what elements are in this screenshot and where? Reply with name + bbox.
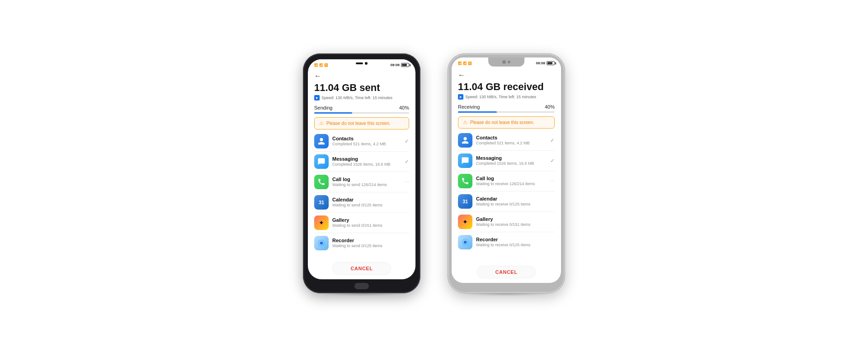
phone1-speed-info: Speed: 130 MB/s, Time left: 15 minutes	[314, 95, 409, 100]
phone2-camera-dot1	[502, 60, 506, 64]
phone1-notch-area: 📶 📶 🛜 08:08	[308, 59, 415, 69]
phone2-inner: 📶 📶 🛜 08:08	[449, 55, 564, 292]
phone1-notch	[356, 62, 368, 65]
phone1-calendar-status: Waiting to send 0/125 items	[332, 203, 409, 207]
phone1-contacts-info: Contacts Completed 521 items, 4.2 MB	[332, 136, 401, 146]
phone1-speed-icon	[314, 95, 320, 100]
phone2-recorder-info: Recorder Waiting to receive 0/125 items	[476, 237, 555, 247]
phone1-inner: 📶 📶 🛜 08:08	[304, 55, 419, 292]
phone1-battery-fill	[402, 64, 407, 66]
phone1-bottom	[304, 283, 419, 292]
phone2-battery-icon	[547, 61, 555, 65]
phone2-speed-text: Speed: 130 MB/s, Time left: 15 minutes	[465, 95, 536, 99]
phone2-item-calendar: 31 Calendar Waiting to receive 0/125 ite…	[458, 191, 555, 212]
phone1-warning-banner: ⚠ Please do not leave this screen.	[314, 117, 409, 129]
phone1-calllog-name: Call log	[332, 177, 401, 182]
phone1-gallery-icon: ✦	[314, 215, 329, 230]
phone1-recorder-info: Recorder Waiting to send 0/125 items	[332, 238, 409, 248]
phone1-progress-bar-bg	[314, 112, 409, 114]
phone2-contacts-name: Contacts	[476, 135, 547, 140]
phone2-screen: 📶 📶 🛜 08:08	[452, 57, 561, 283]
phone1-calllog-status: Waiting to send 126/214 items	[332, 182, 401, 187]
phone1-back-arrow[interactable]: ←	[314, 72, 409, 80]
phone2-cancel-button[interactable]: CANCEL	[477, 266, 536, 278]
phone2-bottom	[449, 286, 564, 292]
phone1-time-battery: 08:08	[391, 63, 409, 67]
phone2-title: 11.04 GB received	[458, 81, 555, 93]
phone2-gallery-name: Gallery	[476, 216, 555, 222]
phone1-messaging-icon	[314, 154, 329, 169]
phone1-calllog-spinner: ⋯	[405, 179, 409, 184]
phone1-camera	[365, 62, 368, 65]
phone2-calendar-name: Calendar	[476, 196, 555, 201]
phone1-item-calendar: 31 Calendar Waiting to send 0/125 items	[314, 192, 409, 213]
phone1-progress-section: Sending 40%	[308, 102, 415, 115]
phone1-app-header: ← 11.04 GB sent Speed: 130 MB/s, Time le…	[308, 69, 415, 102]
phone2-battery-fill	[547, 62, 552, 64]
phone1-battery-icon	[401, 63, 409, 67]
phone2-progress-label-row: Receiving 40%	[458, 104, 555, 110]
phone2-progress-section: Receiving 40%	[452, 101, 561, 115]
phone2-messaging-icon	[458, 153, 472, 168]
phone2-recorder-icon	[458, 235, 472, 249]
phone2-messaging-check: ✓	[550, 158, 555, 164]
phone1-messaging-check: ✓	[405, 158, 409, 165]
phone1-title: 11.04 GB sent	[314, 82, 409, 94]
phone2-warning-text: Please do not leave this screen.	[470, 120, 534, 125]
phone1-recorder-status: Waiting to send 0/125 items	[332, 244, 409, 248]
phone1-container: 📶 📶 🛜 08:08	[303, 53, 420, 296]
phone2-contacts-check: ✓	[550, 137, 555, 143]
phone2-pill-notch	[488, 57, 524, 67]
phone1-contacts-status: Completed 521 items, 4.2 MB	[332, 142, 401, 146]
phone2-cancel-area: CANCEL	[452, 262, 561, 283]
phone2-time: 08:08	[536, 61, 545, 65]
phone2-signal: 📶 📶 🛜	[458, 62, 472, 65]
phone2-calllog-name: Call log	[476, 176, 547, 181]
phone1-messaging-status: Completed 1526 items, 16.6 MB	[332, 162, 401, 167]
phone1-progress-percent: 40%	[399, 105, 409, 110]
phone2-item-recorder: Recorder Waiting to receive 0/125 items	[458, 232, 555, 252]
phone2-camera-dot2	[508, 61, 510, 63]
phone1-warning-text: Please do not leave this screen.	[326, 121, 391, 126]
phone2-notch-area: 📶 📶 🛜 08:08	[452, 57, 561, 68]
phone2-frame: 📶 📶 🛜 08:08	[448, 53, 565, 293]
phone1-calllog-info: Call log Waiting to send 126/214 items	[332, 177, 401, 187]
phone2-warning-icon: ⚠	[463, 120, 467, 125]
phone2-item-contacts: Contacts Completed 521 items, 4.2 MB ✓	[458, 130, 555, 151]
phone1-contacts-check: ✓	[405, 138, 409, 144]
phone2-app-header: ← 11.04 GB received Speed: 130 MB/s, Tim…	[452, 68, 561, 101]
phone2-calendar-info: Calendar Waiting to receive 0/125 items	[476, 196, 555, 206]
phone1-contacts-name: Contacts	[332, 136, 401, 141]
phone1-warning-icon: ⚠	[319, 120, 324, 126]
phone2-gallery-icon: ✦	[458, 215, 472, 229]
phone1-progress-bar-fill	[314, 112, 352, 114]
phone1-frame: 📶 📶 🛜 08:08	[303, 53, 420, 293]
svg-point-1	[320, 242, 323, 245]
phone2-contacts-icon	[458, 133, 472, 148]
svg-point-3	[464, 241, 467, 244]
phone1-gallery-name: Gallery	[332, 217, 409, 223]
phone2-progress-bar-fill	[458, 111, 497, 113]
phone1-speed-text: Speed: 130 MB/s, Time left: 15 minutes	[321, 96, 392, 100]
phone1-gallery-status: Waiting to send 0/151 items	[332, 223, 409, 228]
phone1-gallery-info: Gallery Waiting to send 0/151 items	[332, 217, 409, 228]
phone2-contacts-info: Contacts Completed 521 items, 4.2 MB	[476, 135, 547, 145]
phone2-messaging-name: Messaging	[476, 155, 547, 161]
phone2-calendar-status: Waiting to receive 0/125 items	[476, 202, 555, 206]
phone1-cancel-area: CANCEL	[308, 258, 415, 279]
phone1-home-button[interactable]	[354, 283, 369, 289]
phone1-cancel-button[interactable]: CANCEL	[332, 262, 392, 275]
phone2-time-battery: 08:08	[536, 61, 555, 65]
phone1-calendar-icon: 31	[314, 195, 329, 210]
phone1-item-gallery: ✦ Gallery Waiting to send 0/151 items	[314, 213, 409, 233]
phone2-item-gallery: ✦ Gallery Waiting to receive 0/151 items	[458, 212, 555, 232]
phone1-messaging-info: Messaging Completed 1526 items, 16.6 MB	[332, 156, 401, 167]
phone1-screen: 📶 📶 🛜 08:08	[308, 59, 415, 279]
phone2-recorder-status: Waiting to receive 0/125 items	[476, 243, 555, 247]
phone2-back-arrow[interactable]: ←	[458, 71, 555, 79]
phone2-contacts-status: Completed 521 items, 4.2 MB	[476, 141, 547, 145]
phone2-calllog-spinner: ⋯	[550, 178, 555, 183]
phone2-calllog-info: Call log Waiting to receive 126/214 item…	[476, 176, 547, 186]
phone2-transfer-list: Contacts Completed 521 items, 4.2 MB ✓ M…	[452, 130, 561, 262]
phone2-calllog-status: Waiting to receive 126/214 items	[476, 182, 547, 186]
